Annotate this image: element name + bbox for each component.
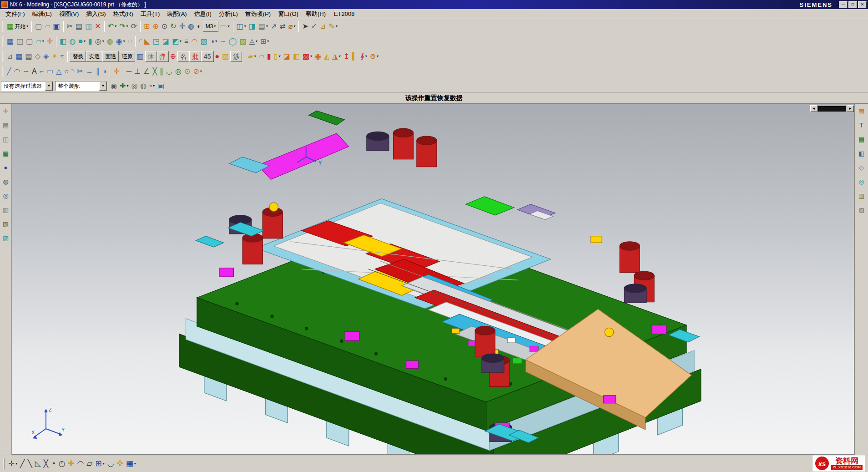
boss-icon[interactable]: ◍ xyxy=(106,36,115,48)
cam-tool-icon[interactable]: ◪ xyxy=(282,51,292,63)
thread-icon[interactable]: ◬ ▾ xyxy=(248,36,259,48)
datum-plane-icon[interactable]: ▱ ▾ xyxy=(34,36,45,48)
menu-edit[interactable]: 编辑(E) xyxy=(29,9,56,19)
scroll-right-icon[interactable]: ► xyxy=(847,105,854,112)
sew-icon[interactable]: ◠ xyxy=(190,36,199,48)
combo-dropdown-icon[interactable]: ▼ xyxy=(45,81,53,91)
background-button[interactable]: ▭ ▾ xyxy=(218,20,231,33)
internet-icon[interactable]: ◎ xyxy=(1,191,11,201)
trim-curve-icon[interactable]: ✂ xyxy=(76,66,84,78)
add-filter-icon[interactable]: ✚ ▾ xyxy=(118,80,130,92)
maximize-button[interactable]: □ xyxy=(848,1,857,8)
lifter-icon[interactable]: ↥ xyxy=(342,51,351,63)
restore-button[interactable]: 还原 xyxy=(119,51,135,62)
replace-button[interactable]: 替换 xyxy=(70,51,86,62)
point-on-surface-icon[interactable]: ▱ xyxy=(85,457,94,470)
polygon-icon[interactable]: △ xyxy=(55,66,63,78)
rotate-view-icon[interactable]: ↻ xyxy=(169,20,177,33)
offset-icon[interactable]: ≡ xyxy=(183,36,190,48)
quadrant-point-icon[interactable]: ◷ xyxy=(57,457,66,470)
menu-et2008[interactable]: ET2008 xyxy=(329,10,359,18)
combo-dropdown-icon[interactable]: ▼ xyxy=(99,81,107,91)
unite-icon[interactable]: ◉ ▾ xyxy=(115,36,126,48)
menu-analysis[interactable]: 分析(L) xyxy=(215,9,242,19)
batch-button[interactable]: 批 xyxy=(189,51,201,62)
web-browser-tab-icon[interactable]: ◎ xyxy=(857,177,867,187)
tangent-point-icon[interactable]: ◡ xyxy=(106,457,116,470)
paste-icon[interactable]: ▥ xyxy=(84,20,93,33)
cad-model[interactable]: Y xyxy=(12,104,854,454)
selection-filter-combo[interactable]: 没有选择过滤器 ▼ xyxy=(1,81,53,91)
stripper-icon[interactable]: ▩ ▾ xyxy=(301,51,313,63)
eye-icon[interactable]: ◎ xyxy=(130,80,139,92)
mirror-feature-icon[interactable]: ◑ ▾ xyxy=(209,36,219,48)
menu-info[interactable]: 信息(I) xyxy=(191,9,215,19)
strip-layout-icon[interactable]: ▰ ▾ xyxy=(246,51,257,63)
roles-icon[interactable]: ▨ xyxy=(1,233,11,243)
flash-icon[interactable]: ✦ xyxy=(50,51,59,63)
redo-icon[interactable]: ↷ ▾ xyxy=(118,20,129,33)
menu-format[interactable]: 格式(R) xyxy=(110,9,137,19)
punch-insert-icon[interactable]: ▮ xyxy=(266,51,273,63)
solid-translucency-button[interactable]: 实透 xyxy=(86,51,102,62)
reuse-tab-icon[interactable]: ◧ xyxy=(857,148,867,158)
circle-icon[interactable]: ⊙ xyxy=(183,66,192,78)
guide-pin-icon[interactable]: ▍ xyxy=(351,51,359,63)
select-cursor-icon[interactable]: ➤ xyxy=(301,20,309,33)
facet-icon[interactable]: ◈ xyxy=(42,51,50,63)
report-icon[interactable]: ▤ ▾ xyxy=(257,20,269,33)
spline-icon[interactable]: ∼ xyxy=(22,66,30,78)
snap-point-icon[interactable]: ✛ ▾ xyxy=(7,457,19,470)
stripes-icon[interactable]: ▥ xyxy=(135,51,145,63)
constraint-vertical-icon[interactable]: ⊥ xyxy=(133,66,142,78)
fit-view-icon[interactable]: ⊞ xyxy=(142,20,151,33)
hd3d-tab-icon[interactable]: ◇ xyxy=(857,162,867,173)
ruler-icon[interactable]: ⊿ xyxy=(318,20,327,33)
close-button[interactable]: ✕ xyxy=(858,1,867,8)
die-base-icon[interactable]: ▱ xyxy=(257,51,266,63)
center-mark-button[interactable]: ⊕ xyxy=(169,51,177,63)
more-tools-icon[interactable]: ⊞ ▾ xyxy=(259,36,270,48)
constraint-cross-icon[interactable]: ╳ xyxy=(151,66,158,78)
assembly-navigator-icon[interactable]: ▤ xyxy=(1,120,11,130)
profile-icon[interactable]: ⌐ xyxy=(38,66,45,78)
text-icon[interactable]: A xyxy=(30,66,38,78)
extrude-icon[interactable]: ◧ xyxy=(58,36,68,48)
block-icon[interactable]: ■ ▾ xyxy=(77,36,87,48)
name-button[interactable]: 名 xyxy=(177,51,189,62)
viewport-scrollbar-thumb[interactable] xyxy=(818,106,846,112)
grid-display-icon[interactable]: ▦ xyxy=(14,51,24,63)
yellow-grid-icon[interactable]: ▨ xyxy=(221,51,230,63)
scroll-left-icon[interactable]: ◄ xyxy=(810,105,818,112)
undo-icon[interactable]: ↶ ▾ xyxy=(106,20,118,33)
end-point-icon[interactable]: ╱ xyxy=(19,457,26,470)
minimize-button[interactable]: ─ xyxy=(839,1,848,8)
graphics-viewport[interactable]: Y Z X Y ◄ ► xyxy=(12,104,854,455)
chamfer-icon[interactable]: ◣ xyxy=(143,36,151,48)
bounded-grid-icon[interactable]: ⊞ ▾ xyxy=(94,457,106,470)
constraint-concentric-icon[interactable]: ◎ xyxy=(174,66,183,78)
toolbar-drag-handle[interactable] xyxy=(2,36,4,47)
point-icon[interactable]: ✛ xyxy=(45,36,54,48)
control-point-icon[interactable]: ◺ xyxy=(34,457,42,470)
layout-icon[interactable]: ◫ xyxy=(15,36,25,48)
suppress-button[interactable]: 休 xyxy=(145,51,157,62)
spring-tool-icon[interactable]: ∮ ▾ xyxy=(359,51,368,63)
trim-tool-icon[interactable]: ◭ xyxy=(323,51,331,63)
pierce-icon[interactable]: ◉ xyxy=(313,51,323,63)
mid-point-icon[interactable]: ╲ xyxy=(26,457,34,470)
face-translucency-button[interactable]: 面透 xyxy=(102,51,119,62)
rectangle-icon[interactable]: ▭ xyxy=(45,66,55,78)
grid-point-icon[interactable]: ▦ ▾ xyxy=(125,457,137,470)
hole-icon[interactable]: ◎ ▾ xyxy=(94,36,106,48)
spring-button[interactable]: 弹 xyxy=(157,51,169,62)
pattern-icon[interactable]: ▦ xyxy=(5,36,15,48)
patch-icon[interactable]: ▧ xyxy=(199,36,208,48)
sweep-icon[interactable]: ∼ xyxy=(218,36,227,48)
new-file-icon[interactable]: ▢ xyxy=(34,20,43,33)
menu-window[interactable]: 窗口(O) xyxy=(274,9,302,19)
menu-assembly[interactable]: 装配(A) xyxy=(163,9,190,19)
copy-icon[interactable]: ▤ xyxy=(74,20,84,33)
constraint-tangent-icon[interactable]: ◡ xyxy=(165,66,174,78)
assembly-window-icon[interactable]: ◫ ▾ xyxy=(235,20,247,33)
